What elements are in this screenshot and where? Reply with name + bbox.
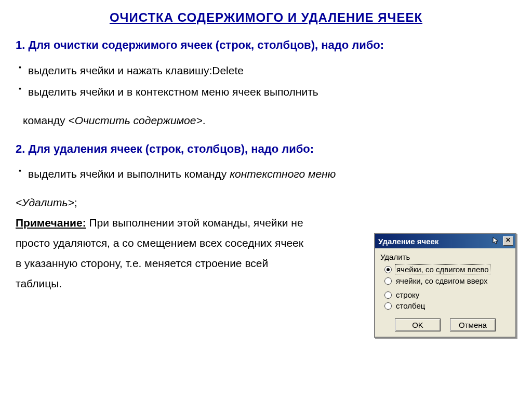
list-item: выделить ячейки и выполнить команду конт…	[19, 164, 516, 185]
page-title: ОЧИСТКА СОДЕРЖИМОГО И УДАЛЕНИЕ ЯЧЕЕК	[16, 10, 516, 25]
radio-label: ячейки, со сдвигом вверх	[395, 276, 488, 285]
context-menu-italic: контекстного меню	[230, 168, 336, 180]
command-name: <Удалить>	[16, 196, 74, 208]
command-line: команду <Очистить содержимое>.	[23, 110, 516, 131]
section1-list: выделить ячейки и нажать клавишу:Delete …	[16, 60, 516, 103]
list-item-text: выделить ячейки и выполнить команду	[28, 168, 230, 180]
close-button[interactable]: ✕	[503, 236, 513, 246]
dialog-titlebar[interactable]: Удаление ячеек ✕	[375, 234, 515, 248]
command-line: <Удалить>;	[16, 192, 516, 213]
command-prefix: команду	[23, 114, 68, 126]
radio-icon	[384, 277, 392, 285]
command-suffix: .	[203, 114, 206, 126]
radio-label: строку	[395, 290, 420, 299]
radio-label: ячейки, со сдвигом влево	[395, 264, 490, 274]
section2-list: выделить ячейки и выполнить команду конт…	[16, 164, 516, 185]
ok-button[interactable]: OK	[395, 318, 441, 331]
section2-heading: 2. Для удаления ячеек (строк, столбцов),…	[16, 138, 516, 160]
radio-option-column[interactable]: столбец	[384, 300, 510, 311]
list-item-text: выделить ячейки и в контекстном меню яче…	[28, 86, 318, 98]
radio-icon	[384, 302, 392, 310]
radio-option-shift-left[interactable]: ячейки, со сдвигом влево	[384, 263, 510, 275]
svg-marker-0	[493, 237, 498, 244]
radio-icon	[384, 291, 392, 299]
radio-icon	[384, 266, 392, 273]
radio-label: столбец	[395, 301, 426, 310]
close-icon: ✕	[506, 236, 511, 244]
dialog-title: Удаление ячеек	[378, 237, 491, 246]
dialog-buttons: OK Отмена	[380, 318, 510, 331]
command-suffix: ;	[74, 196, 77, 208]
group-label: Удалить	[380, 252, 510, 261]
dialog-body: Удалить ячейки, со сдвигом влево ячейки,…	[375, 248, 515, 337]
note-block: Примечание: При выполнении этой команды,…	[16, 213, 307, 294]
cancel-button[interactable]: Отмена	[450, 318, 496, 331]
list-item: выделить ячейки и в контекстном меню яче…	[19, 82, 516, 103]
list-item: выделить ячейки и нажать клавишу:Delete	[19, 60, 516, 82]
radio-option-shift-up[interactable]: ячейки, со сдвигом вверх	[384, 275, 510, 286]
delete-cells-dialog: Удаление ячеек ✕ Удалить ячейки, со сдви…	[374, 233, 516, 338]
cursor-icon	[493, 237, 501, 245]
radio-option-row[interactable]: строку	[384, 289, 510, 300]
command-name: <Очистить содержимое>	[68, 114, 202, 126]
section1-heading: 1. Для очистки содержимого ячеек (строк,…	[16, 34, 516, 56]
note-label: Примечание:	[16, 217, 86, 229]
